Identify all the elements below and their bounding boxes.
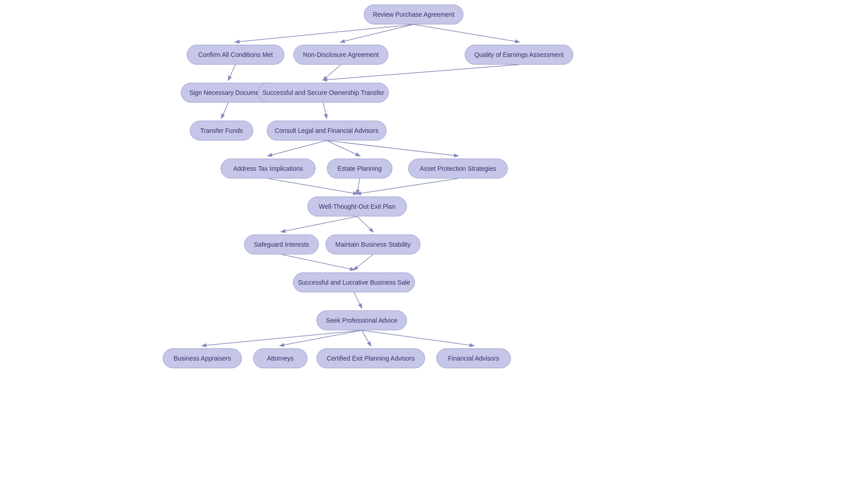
svg-line-16 [282,254,354,270]
svg-line-18 [354,292,362,308]
node-confirm-conditions: Confirm All Conditions Met [187,45,284,65]
svg-line-8 [268,141,327,156]
node-non-disclosure: Non-Disclosure Agreement [293,45,388,65]
node-consult-advisors: Consult Legal and Financial Advisors [267,121,387,141]
node-address-tax: Address Tax Implications [221,159,316,178]
node-certified-advisors: Certified Exit Planning Advisors [316,348,425,368]
node-estate-planning: Estate Planning [327,159,392,178]
node-successful-sale: Successful and Lucrative Business Sale [293,272,415,292]
svg-line-19 [203,330,362,346]
node-review-purchase: Review Purchase Agreement [364,5,463,24]
node-successful-secure: Successful and Secure Ownership Transfer [258,83,389,103]
node-safeguard: Safeguard Interests [244,235,319,254]
node-seek-advice: Seek Professional Advice [316,310,407,330]
diagram-container: Review Purchase AgreementConfirm All Con… [0,0,868,488]
node-financial-advisors: Financial Advisors [436,348,511,368]
svg-line-1 [341,24,414,42]
svg-line-0 [236,24,414,42]
svg-line-22 [362,330,474,346]
node-exit-plan: Well-Thought-Out Exit Plan [307,197,407,216]
svg-line-13 [357,178,458,194]
svg-line-17 [354,254,373,270]
node-maintain-stability: Maintain Business Stability [326,235,420,254]
svg-line-15 [357,216,373,232]
svg-line-20 [280,330,362,346]
svg-line-10 [327,141,458,156]
svg-line-6 [222,103,228,118]
svg-line-14 [282,216,358,232]
svg-line-7 [323,103,327,118]
node-business-appraisers: Business Appraisers [163,348,242,368]
node-transfer-funds: Transfer Funds [190,121,253,141]
svg-line-12 [357,178,360,194]
svg-line-2 [414,24,519,42]
node-quality-earnings: Quality of Earnings Assessment [465,45,573,65]
svg-line-5 [323,65,519,80]
connections-svg [0,0,868,488]
svg-line-9 [327,141,360,156]
svg-line-4 [323,65,341,80]
node-asset-protection: Asset Protection Strategies [408,159,508,178]
svg-line-11 [268,178,357,194]
svg-line-3 [228,65,236,80]
node-attorneys: Attorneys [253,348,307,368]
svg-line-21 [362,330,371,346]
